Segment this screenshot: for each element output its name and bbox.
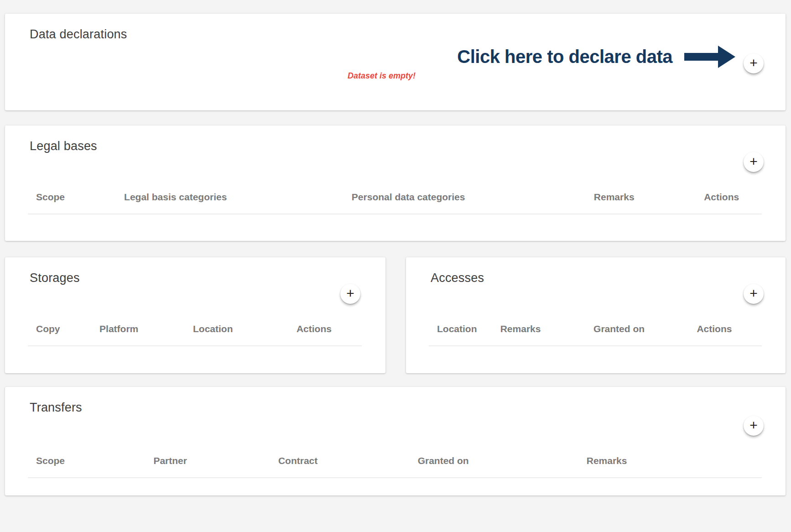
column-header-granted-on: Granted on — [585, 323, 688, 346]
card-title-storages: Storages — [30, 271, 80, 285]
dataset-detail-page: Data declarations Click here to declare … — [0, 0, 791, 532]
column-header-scope: Scope — [28, 455, 145, 478]
column-header-actions: Actions — [288, 323, 362, 346]
card-transfers: Transfers + Scope Partner Contract Grant… — [5, 387, 786, 495]
card-title-data-declarations: Data declarations — [30, 27, 127, 42]
column-header-remarks: Remarks — [586, 192, 696, 214]
card-title-transfers: Transfers — [30, 401, 82, 415]
accesses-table: Location Remarks Granted on Actions — [429, 323, 762, 346]
card-accesses: Accesses + Location Remarks Granted on A… — [406, 257, 786, 373]
add-legal-basis-button[interactable]: + — [744, 152, 764, 172]
add-storage-button[interactable]: + — [340, 284, 360, 304]
transfers-table-area: Scope Partner Contract Granted on Remark… — [28, 455, 762, 478]
column-header-location: Location — [185, 323, 288, 346]
plus-icon: + — [749, 287, 758, 300]
card-title-accesses: Accesses — [431, 271, 484, 285]
column-header-copy: Copy — [28, 323, 91, 346]
column-header-actions: Actions — [696, 192, 762, 214]
plus-icon: + — [749, 56, 758, 70]
declare-data-cta: Click here to declare data — [457, 39, 735, 74]
transfers-header-row: Scope Partner Contract Granted on Remark… — [28, 455, 762, 478]
column-header-actions: Actions — [688, 323, 762, 346]
arrow-right-icon — [684, 43, 735, 70]
dataset-empty-message: Dataset is empty! — [5, 71, 758, 81]
column-header-remarks: Remarks — [578, 455, 762, 478]
column-header-remarks: Remarks — [492, 323, 585, 346]
legal-bases-table: Scope Legal basis categories Personal da… — [28, 192, 762, 214]
plus-icon: + — [749, 418, 758, 432]
transfers-table: Scope Partner Contract Granted on Remark… — [28, 455, 762, 478]
column-header-legal-basis-categories: Legal basis categories — [116, 192, 343, 214]
storages-header-row: Copy Platform Location Actions — [28, 323, 362, 346]
column-header-partner: Partner — [145, 455, 270, 478]
column-header-contract: Contract — [270, 455, 410, 478]
card-title-legal-bases: Legal bases — [30, 139, 97, 153]
column-header-granted-on: Granted on — [410, 455, 578, 478]
column-header-personal-data-categories: Personal data categories — [343, 192, 586, 214]
add-access-button[interactable]: + — [744, 284, 764, 304]
accesses-header-row: Location Remarks Granted on Actions — [429, 323, 762, 346]
plus-icon: + — [749, 155, 758, 168]
column-header-platform: Platform — [91, 323, 185, 346]
storages-table-area: Copy Platform Location Actions — [28, 323, 362, 346]
column-header-scope: Scope — [28, 192, 116, 214]
add-transfer-button[interactable]: + — [744, 416, 764, 436]
accesses-table-area: Location Remarks Granted on Actions — [429, 323, 762, 346]
declare-data-cta-label: Click here to declare data — [457, 47, 672, 67]
column-header-location: Location — [429, 323, 492, 346]
card-storages: Storages + Copy Platform Location Action… — [5, 257, 385, 373]
add-data-declaration-button[interactable]: + — [744, 53, 764, 73]
legal-bases-table-area: Scope Legal basis categories Personal da… — [28, 192, 762, 214]
legal-bases-header-row: Scope Legal basis categories Personal da… — [28, 192, 762, 214]
storages-table: Copy Platform Location Actions — [28, 323, 362, 346]
plus-icon: + — [346, 287, 354, 300]
card-data-declarations: Data declarations Click here to declare … — [5, 14, 786, 110]
card-legal-bases: Legal bases + Scope Legal basis categori… — [5, 125, 786, 241]
